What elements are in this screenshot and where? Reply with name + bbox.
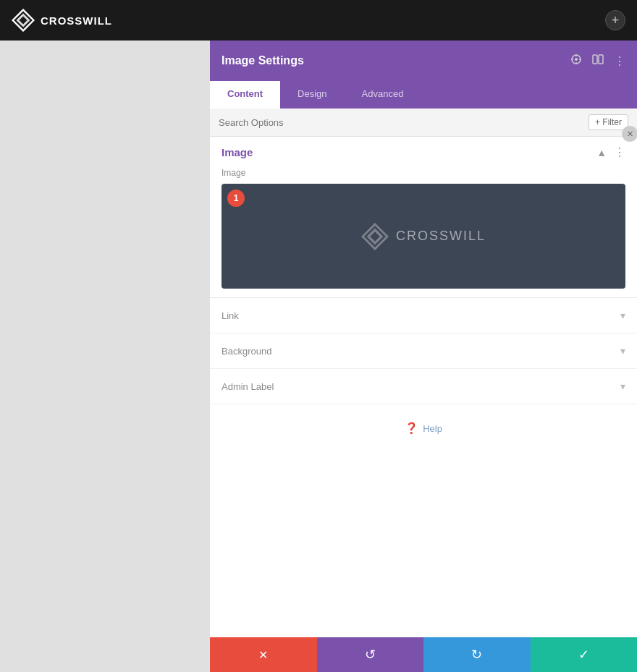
search-bar: + Filter [210, 109, 637, 137]
logo-area: CROSSWILL [12, 9, 112, 32]
more-options-icon[interactable]: ⋮ [614, 54, 625, 68]
image-section: Image ▲ ⋮ Image 1 [210, 137, 637, 298]
help-icon: ❓ [405, 422, 418, 435]
image-badge: 1 [227, 190, 245, 207]
help-section: ❓ Help [210, 404, 637, 452]
preview-logo-part2: WILL [450, 229, 486, 243]
section-more-icon[interactable]: ⋮ [614, 145, 625, 159]
link-chevron-icon: ▾ [620, 310, 625, 321]
main-area: ✕ Image Settings [0, 41, 637, 672]
background-row[interactable]: Background ▾ [210, 333, 637, 369]
tab-advanced[interactable]: Advanced [345, 81, 421, 109]
help-link[interactable]: Help [423, 423, 442, 434]
link-label: Link [222, 310, 239, 321]
svg-rect-9 [593, 55, 597, 64]
image-preview[interactable]: CROSSWILL [222, 184, 625, 289]
svg-point-4 [575, 58, 578, 61]
target-icon[interactable] [570, 54, 582, 68]
redo-icon: ↻ [471, 647, 482, 663]
top-bar: CROSSWILL + [0, 0, 637, 41]
preview-logo-icon [361, 223, 389, 250]
link-row[interactable]: Link ▾ [210, 298, 637, 333]
panel-body: Image ▲ ⋮ Image 1 [210, 137, 637, 637]
preview-logo: CROSSWILL [361, 223, 486, 250]
panel-header-icons: ⋮ [570, 54, 625, 68]
save-button[interactable]: ✓ [531, 637, 638, 672]
save-icon: ✓ [578, 647, 589, 663]
preview-logo-part1: CROSS [396, 229, 450, 243]
panel-title: Image Settings [222, 54, 304, 67]
preview-logo-text: CROSSWILL [396, 229, 486, 244]
tab-design[interactable]: Design [280, 81, 344, 109]
filter-label: + Filter [595, 117, 622, 127]
cancel-icon: ✕ [258, 648, 268, 662]
add-button[interactable]: + [605, 10, 625, 30]
background-chevron-icon: ▾ [620, 345, 625, 357]
logo-text: CROSSWILL [41, 14, 112, 27]
admin-label-chevron-icon: ▾ [620, 380, 625, 392]
columns-icon[interactable] [592, 54, 604, 68]
search-input[interactable] [219, 117, 589, 128]
settings-panel: ✕ Image Settings [210, 41, 637, 672]
image-field-label: Image [222, 168, 625, 178]
cancel-button[interactable]: ✕ [210, 637, 317, 672]
redo-button[interactable]: ↻ [423, 637, 531, 672]
tabs: Content Design Advanced [210, 81, 637, 109]
section-header-icons: ▲ ⋮ [596, 145, 625, 159]
section-collapse-icon[interactable]: ▲ [596, 147, 607, 158]
section-header: Image ▲ ⋮ [222, 145, 625, 159]
image-preview-wrapper: 1 CROSSWILL [222, 184, 625, 289]
background-label: Background [222, 346, 271, 357]
filter-button[interactable]: + Filter [589, 114, 628, 130]
svg-rect-10 [599, 55, 603, 64]
undo-button[interactable]: ↺ [317, 637, 424, 672]
panel-close-button[interactable]: ✕ [622, 126, 637, 142]
action-bar: ✕ ↺ ↻ ✓ [210, 637, 637, 672]
section-title: Image [222, 146, 253, 158]
admin-label-label: Admin Label [222, 381, 274, 392]
admin-label-row[interactable]: Admin Label ▾ [210, 369, 637, 404]
tab-content[interactable]: Content [210, 81, 280, 109]
panel-header: Image Settings [210, 41, 637, 81]
undo-icon: ↺ [365, 647, 376, 663]
logo-icon [12, 9, 35, 32]
